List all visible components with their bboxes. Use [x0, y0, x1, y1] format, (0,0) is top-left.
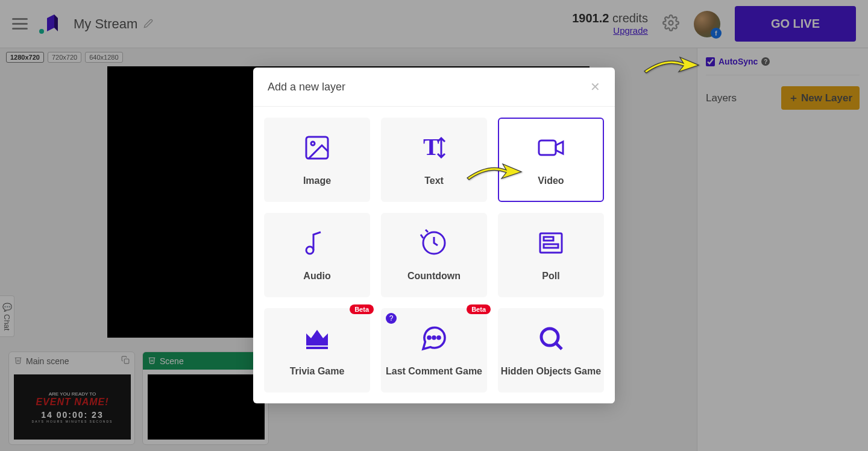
layer-option-label: Audio: [303, 271, 330, 282]
layer-option-label: Countdown: [407, 271, 461, 282]
annotation-arrow-video: [464, 157, 524, 189]
layer-option-audio[interactable]: Audio: [264, 213, 370, 297]
layer-option-last-comment[interactable]: Beta ? Last Comment Game: [381, 308, 487, 393]
beta-badge: Beta: [350, 304, 374, 314]
svg-marker-7: [556, 142, 563, 154]
svg-line-18: [556, 343, 562, 349]
text-icon: T: [420, 133, 448, 165]
poll-icon: [536, 229, 565, 260]
countdown-icon: [420, 229, 448, 260]
svg-point-14: [428, 336, 430, 339]
svg-point-16: [438, 336, 440, 339]
svg-rect-6: [539, 140, 556, 155]
svg-rect-11: [544, 237, 553, 241]
help-icon[interactable]: ?: [386, 313, 397, 324]
layer-option-countdown[interactable]: Countdown: [381, 213, 487, 297]
add-layer-modal: Add a new layer ✕ Image T Text Video Aud…: [253, 68, 615, 403]
svg-rect-13: [306, 347, 328, 349]
svg-point-17: [541, 329, 558, 345]
layer-option-label: Poll: [542, 271, 559, 282]
layer-option-label: Last Comment Game: [386, 366, 482, 377]
svg-text:T: T: [423, 133, 439, 160]
layer-option-label: Hidden Objects Game: [501, 366, 601, 377]
search-icon: [536, 324, 565, 355]
modal-title: Add a new layer: [268, 81, 345, 93]
layer-option-label: Text: [424, 175, 444, 186]
layer-option-trivia[interactable]: Beta Trivia Game: [264, 308, 370, 393]
layer-option-label: Trivia Game: [290, 366, 345, 377]
image-icon: [303, 133, 332, 165]
svg-point-15: [433, 336, 435, 339]
layer-option-label: Video: [538, 175, 564, 186]
beta-badge: Beta: [467, 304, 491, 314]
comment-icon: [420, 324, 448, 355]
modal-body: Image T Text Video Audio Countdown Poll …: [253, 107, 615, 403]
svg-rect-12: [544, 244, 558, 248]
annotation-arrow-autosync: [641, 53, 702, 81]
layer-option-hidden-objects[interactable]: Hidden Objects Game: [498, 308, 604, 393]
svg-point-8: [306, 247, 313, 254]
close-icon[interactable]: ✕: [590, 80, 600, 94]
audio-icon: [303, 229, 332, 260]
layer-option-poll[interactable]: Poll: [498, 213, 604, 297]
svg-point-4: [311, 142, 315, 145]
crown-icon: [303, 324, 332, 355]
layer-option-image[interactable]: Image: [264, 118, 370, 202]
layer-option-label: Image: [303, 175, 331, 186]
modal-header: Add a new layer ✕: [253, 68, 615, 107]
video-icon: [536, 133, 565, 165]
